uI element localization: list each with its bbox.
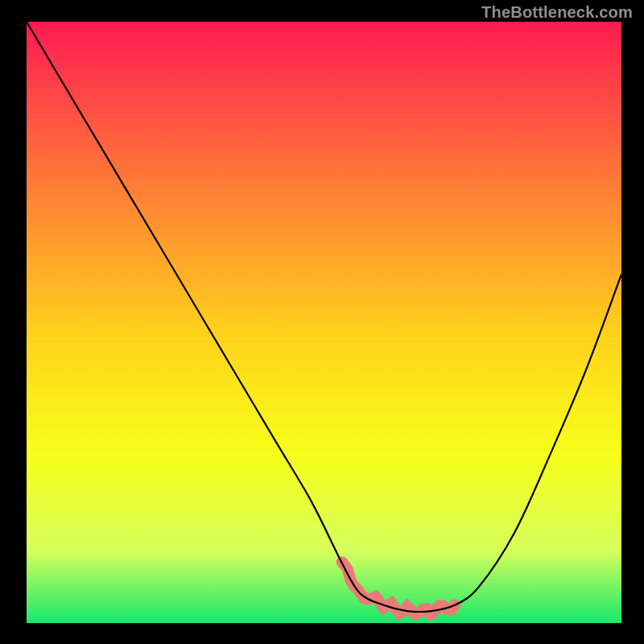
bottleneck-chart xyxy=(0,0,644,644)
gradient-background xyxy=(27,22,621,623)
chart-frame: TheBottleneck.com xyxy=(0,0,644,644)
watermark-text: TheBottleneck.com xyxy=(481,3,633,22)
